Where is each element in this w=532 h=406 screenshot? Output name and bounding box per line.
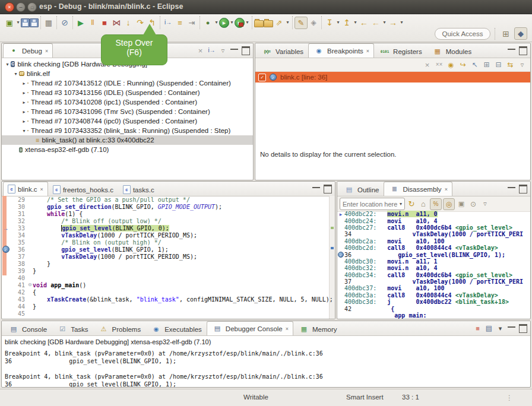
disassembly-listing[interactable]: ▸400dbc22: movi.n a11, 0400dbc24: movi a… — [337, 211, 530, 319]
code-line[interactable]: 35 /* Blink on (output high) */ — [2, 239, 335, 246]
close-icon[interactable]: × — [40, 186, 43, 192]
run-icon[interactable]: ▶ — [219, 18, 229, 28]
twisty-open-icon[interactable]: ▾ — [12, 71, 19, 77]
remove-all-breakpoints-icon[interactable]: ×× — [434, 60, 444, 70]
line-annotation-gutter[interactable]: → — [2, 225, 10, 231]
minimize-icon[interactable] — [229, 46, 239, 56]
instruction-stepping-icon[interactable]: i→ — [162, 17, 174, 28]
minimize-icon[interactable] — [506, 46, 517, 56]
disassembly-row[interactable]: 400dbc3d: j 0x400dbc22 <blink_task+18> — [337, 299, 530, 305]
debug-tree-item[interactable]: ▾Thread #9 1073433352 (blink_task : Runn… — [2, 126, 253, 135]
dropdown-icon[interactable]: ▾ — [335, 17, 341, 28]
expand-all-icon[interactable]: ⊞ — [482, 60, 492, 70]
tab-registers[interactable]: 0101Registers — [374, 45, 427, 58]
disconnect-icon[interactable]: ⋈ — [110, 17, 122, 28]
remove-all-terminated-icon[interactable]: × — [195, 46, 205, 56]
twisty-open-icon[interactable]: ▾ — [21, 128, 27, 134]
show-breakpoint-types-icon[interactable]: ◉ — [446, 60, 456, 70]
debug-tree-item[interactable]: ▸Thread #6 1073431096 (Tmr Svc) (Suspend… — [2, 107, 253, 116]
mark-occurrences-icon[interactable]: ✎ — [294, 17, 308, 29]
display-console-icon[interactable]: ▤ — [484, 323, 494, 334]
code-line[interactable]: →33 gpio_set_level(BLINK_GPIO, 0); — [2, 224, 335, 231]
disassembly-row[interactable]: 400dbc32: movi.n a10, 4 — [337, 265, 530, 271]
goto-file-icon[interactable]: ↪ — [458, 60, 468, 70]
external-tools-icon[interactable]: ▶ — [235, 18, 245, 28]
twisty-closed-icon[interactable]: ▸ — [21, 119, 27, 124]
debug-tree-item[interactable]: ▸Thread #3 1073413156 (IDLE) (Suspended … — [2, 88, 253, 97]
open-resource-icon[interactable] — [264, 20, 273, 27]
save-icon[interactable] — [21, 18, 30, 27]
tab-debug[interactable]: ●Debug× — [3, 43, 53, 58]
code-line[interactable]: ✓36 gpio_set_level(BLINK_GPIO, 1); — [2, 246, 335, 253]
dropdown-icon[interactable]: ▾ — [229, 17, 235, 28]
back-history-icon[interactable]: ← — [370, 17, 382, 28]
maximize-icon[interactable] — [518, 323, 528, 334]
view-menu-icon[interactable]: ▽ — [517, 60, 527, 70]
minimize-icon[interactable] — [506, 184, 517, 194]
dropdown-icon[interactable]: ▾ — [214, 17, 219, 28]
twisty-closed-icon[interactable]: ▸ — [21, 109, 27, 115]
twisty-closed-icon[interactable]: ▸ — [21, 81, 27, 86]
minimize-icon[interactable] — [506, 323, 517, 334]
go-up-icon[interactable]: ↥ — [341, 17, 353, 28]
dropdown-icon[interactable]: ▾ — [495, 323, 505, 334]
debug-tree-item[interactable]: ▸Thread #7 1073408744 (ipc0) (Suspended … — [2, 116, 253, 126]
chevron-down-icon[interactable]: ▾ — [397, 201, 404, 207]
minimize-icon[interactable] — [311, 184, 321, 194]
disassembly-row[interactable]: 42 { — [337, 305, 530, 312]
close-icon[interactable]: × — [445, 186, 448, 192]
pin-view-icon[interactable]: ⊙ — [468, 199, 479, 210]
maximize-icon[interactable] — [518, 184, 528, 194]
code-line[interactable]: 31 while(1) { — [2, 210, 335, 217]
step-into-icon[interactable]: ↓ — [122, 17, 134, 28]
dropdown-icon[interactable]: ▾ — [382, 17, 387, 28]
drop-to-frame-icon[interactable]: ≡ — [174, 17, 186, 28]
breakpoint-item[interactable]: ✓✓blink.c [line: 36] — [255, 72, 530, 83]
disassembly-row[interactable]: 400dbc3a: call8 0x400844c4 <vTaskDelay> — [337, 292, 530, 299]
code-line[interactable]: 30 gpio_set_direction(BLINK_GPIO, GPIO_M… — [2, 203, 335, 210]
last-edit-location-icon[interactable]: ↧ — [324, 17, 335, 28]
code-line[interactable]: 34 vTaskDelay(1000 / portTICK_PERIOD_MS)… — [2, 231, 335, 239]
show-source-icon[interactable]: % — [430, 198, 442, 210]
forward-icon[interactable]: → — [387, 17, 399, 28]
twisty-closed-icon[interactable]: ▸ — [21, 90, 27, 96]
dropdown-icon[interactable]: ▾ — [353, 17, 358, 28]
refresh-icon[interactable]: ↻ — [406, 199, 417, 210]
tab-freertos-hooks-c[interactable]: cfreertos_hooks.c — [48, 183, 118, 196]
tab-disassembly[interactable]: ≣Disassembly× — [384, 182, 452, 196]
dropdown-icon[interactable]: ▾ — [245, 17, 250, 28]
tab-executables[interactable]: ◉Executables — [145, 322, 207, 335]
quick-access-button[interactable]: Quick Access — [435, 28, 490, 40]
open-new-view-icon[interactable]: ▣ — [456, 199, 467, 210]
code-line[interactable]: 38 } — [2, 260, 335, 267]
view-menu-icon[interactable]: ▽ — [218, 46, 228, 56]
code-line[interactable]: 40 — [2, 274, 335, 281]
back-icon[interactable]: ← — [358, 17, 370, 28]
debug-tree-item[interactable]: ▸Thread #5 1073410208 (ipc1) (Suspended … — [2, 97, 253, 107]
debug-tree-item[interactable]: ▸Thread #2 1073413512 (IDLE : Running) (… — [2, 78, 253, 88]
dropdown-icon[interactable]: ▾ — [15, 17, 21, 28]
code-line[interactable]: 44} — [2, 303, 335, 310]
tab-blink-c[interactable]: cblink.c× — [3, 182, 48, 196]
code-line[interactable]: 41⊖void app_main() — [2, 281, 335, 288]
pc-marker-icon[interactable]: ▸ — [337, 211, 344, 217]
use-step-filters-icon[interactable]: ⇥ — [186, 17, 198, 28]
breakpoint-marker-icon[interactable]: ✓ — [337, 252, 344, 258]
disassembly-row[interactable]: 34 vTaskDelay(1000 / portTICK_PERI — [337, 231, 530, 237]
debug-tree-item[interactable]: ▾elfblink.elf — [2, 69, 253, 78]
debugger-console-output[interactable]: blink checking [GDB Hardware Debugging] … — [2, 335, 530, 387]
code-line[interactable]: 29 /* Set the GPIO as a push/pull output… — [2, 196, 335, 203]
pin-editor-icon[interactable]: ◈ — [308, 17, 319, 28]
disassembly-row[interactable]: ✓36 gpio_set_level(BLINK_GPIO, 1); — [337, 251, 530, 258]
breakpoint-marker-icon[interactable]: ✓ — [2, 246, 10, 253]
fold-marker-icon[interactable]: ⊖ — [28, 283, 33, 287]
tab-modules[interactable]: ▦Modules — [427, 45, 476, 58]
maximize-icon[interactable] — [322, 184, 332, 194]
debug-icon[interactable]: ● — [202, 17, 214, 28]
link-with-debug-icon[interactable]: ⇆ — [505, 60, 515, 70]
twisty-closed-icon[interactable]: ▸ — [21, 100, 27, 105]
disassembly-row[interactable]: 400dbc24: movi a10, 4 — [337, 217, 530, 224]
build-icon[interactable]: ▦ — [43, 17, 55, 28]
open-element-icon[interactable] — [254, 20, 264, 27]
code-editor[interactable]: 29 /* Set the GPIO as a push/pull output… — [2, 196, 335, 319]
